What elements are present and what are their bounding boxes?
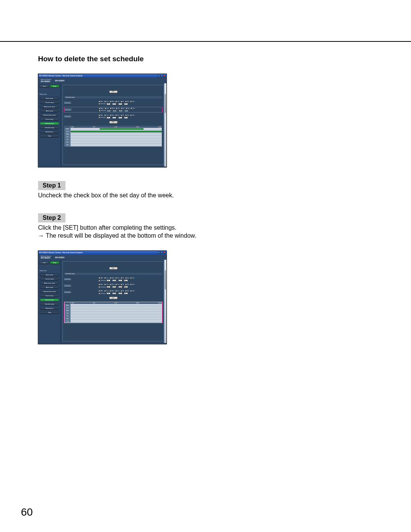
day-checkbox-mon[interactable]: Mon <box>99 101 103 102</box>
maximize-icon[interactable] <box>161 75 163 77</box>
schedule-label[interactable]: Schedule 2 <box>64 284 99 286</box>
day-checkbox-sun[interactable]: Sun <box>130 277 134 279</box>
sidebar-item-alarm-setup[interactable]: Alarm setup <box>40 110 59 113</box>
to-hour-select[interactable]: 12 <box>118 103 122 105</box>
from-hour-select[interactable]: 00 <box>107 103 110 105</box>
sidebar-item-authentication-setup[interactable]: Authentication setup <box>40 290 59 293</box>
to-min-select[interactable]: 00 <box>124 117 128 119</box>
day-checkbox-fri[interactable]: Fri <box>121 290 124 292</box>
sidebar-item-help[interactable]: Help <box>40 311 59 314</box>
day-checkbox-tue[interactable]: Tue <box>104 114 108 116</box>
from-min-select[interactable]: 00 <box>112 292 116 294</box>
sidebar-item-network-setup[interactable]: Network setup <box>40 299 59 302</box>
to-hour-select[interactable]: 00 <box>118 286 122 288</box>
day-checkbox-sun[interactable]: Sun <box>131 108 135 109</box>
schedule-label[interactable]: Schedule 1 <box>64 277 99 279</box>
all24-checkbox[interactable]: 24 hours <box>99 117 106 118</box>
to-min-select[interactable]: 00 <box>124 292 128 294</box>
day-checkbox-mon[interactable]: Mon <box>99 108 104 109</box>
all24-checkbox[interactable]: 24 hours <box>99 293 106 294</box>
sidebar-item-network-setup[interactable]: Network setup <box>40 122 59 125</box>
day-checkbox-tue[interactable]: Tue <box>104 284 108 285</box>
day-checkbox-sat[interactable]: Sat <box>125 284 129 285</box>
day-checkbox-sat[interactable]: Sat <box>125 114 129 116</box>
day-checkbox-mon[interactable]: Mon <box>99 277 103 279</box>
day-checkbox-thu[interactable]: Thu <box>115 101 119 102</box>
day-checkbox-wed[interactable]: Wed <box>110 277 114 279</box>
from-hour-select[interactable]: 00 <box>107 286 110 288</box>
day-checkbox-wed[interactable]: Wed <box>110 284 114 285</box>
from-min-select[interactable]: 00 <box>112 286 116 288</box>
schedule-label[interactable]: Schedule 1 <box>64 101 99 103</box>
from-hour-select[interactable]: 00 <box>107 292 110 294</box>
scrollbar[interactable] <box>164 260 166 343</box>
to-min-select[interactable]: 00 <box>124 279 128 281</box>
sidebar-item-schedule-setup[interactable]: Schedule setup <box>40 303 59 306</box>
sidebar-item-server-setup[interactable]: Server setup <box>40 294 59 297</box>
to-hour-select[interactable]: 00 <box>118 117 122 119</box>
sidebar-item-multi-screen-setup[interactable]: Multi-screen setup <box>40 105 59 108</box>
day-checkbox-thu[interactable]: Thu <box>115 290 119 292</box>
day-checkbox-sun[interactable]: Sun <box>130 290 134 292</box>
tab-live[interactable]: Live <box>40 261 49 264</box>
close-icon[interactable] <box>163 251 166 254</box>
sidebar-item-maintenance[interactable]: Maintenance <box>40 130 59 133</box>
day-checkbox-fri[interactable]: Fri <box>121 101 124 102</box>
sidebar-item-schedule-setup[interactable]: Schedule setup <box>40 126 59 129</box>
to-min-select[interactable]: 00 <box>124 110 128 112</box>
day-checkbox-wed[interactable]: Wed <box>110 290 114 292</box>
day-checkbox-fri[interactable]: Fri <box>121 277 124 279</box>
minimize-icon[interactable] <box>158 251 160 254</box>
scrollbar[interactable] <box>164 83 166 167</box>
sidebar-item-maintenance[interactable]: Maintenance <box>40 307 59 310</box>
schedule-label[interactable]: Schedule 3 <box>64 114 99 117</box>
minimize-icon[interactable] <box>158 75 160 77</box>
sidebar-item-camera-setup[interactable]: Camera setup <box>40 101 59 104</box>
sidebar-item-authentication-setup[interactable]: Authentication setup <box>40 114 59 117</box>
day-checkbox-thu[interactable]: Thu <box>116 108 120 109</box>
from-min-select[interactable]: 00 <box>112 117 116 119</box>
day-checkbox-fri[interactable]: Fri <box>121 108 124 109</box>
day-checkbox-thu[interactable]: Thu <box>115 277 119 279</box>
sidebar-item-multi-screen-setup[interactable]: Multi-screen setup <box>40 282 59 285</box>
set-button-bottom[interactable]: SET <box>109 121 118 124</box>
day-checkbox-tue[interactable]: Tue <box>105 108 109 109</box>
schedule-label[interactable]: Schedule 3 <box>64 290 99 292</box>
sidebar-item-basic-setup[interactable]: Basic setup <box>40 273 59 276</box>
set-button-top[interactable]: SET <box>109 91 118 93</box>
tab-setup[interactable]: Setup <box>50 261 59 264</box>
all24-checkbox[interactable]: 24 hours <box>99 110 106 111</box>
scrollbar-thumb[interactable] <box>165 94 166 113</box>
all24-checkbox[interactable]: 24 hours <box>99 280 106 281</box>
day-checkbox-fri[interactable]: Fri <box>121 114 124 116</box>
to-hour-select[interactable]: 00 <box>118 292 122 294</box>
from-min-select[interactable]: 00 <box>112 103 116 105</box>
day-checkbox-sun[interactable]: Sun <box>130 284 134 285</box>
sidebar-item-server-setup[interactable]: Server setup <box>40 118 59 121</box>
maximize-icon[interactable] <box>161 251 163 254</box>
day-checkbox-tue[interactable]: Tue <box>104 290 108 292</box>
tab-live[interactable]: Live <box>40 85 49 88</box>
set-button-top[interactable]: SET <box>109 267 118 270</box>
from-min-select[interactable]: 00 <box>113 110 116 112</box>
tab-setup[interactable]: Setup <box>50 85 59 88</box>
sidebar-item-help[interactable]: Help <box>40 135 59 138</box>
day-checkbox-mon[interactable]: Mon <box>99 114 103 116</box>
schedule-label[interactable]: Schedule 2 <box>65 108 99 110</box>
day-checkbox-wed[interactable]: Wed <box>110 114 114 116</box>
day-checkbox-sat[interactable]: Sat <box>125 277 129 279</box>
day-checkbox-mon[interactable]: Mon <box>99 290 103 292</box>
from-hour-select[interactable]: 00 <box>107 117 110 119</box>
from-min-select[interactable]: 00 <box>112 279 116 281</box>
sidebar-item-camera-setup[interactable]: Camera setup <box>40 278 59 281</box>
day-checkbox-mon[interactable]: Mon <box>99 284 103 285</box>
set-button-bottom[interactable]: SET <box>109 297 118 299</box>
from-hour-select[interactable]: 00 <box>107 279 110 281</box>
all24-checkbox[interactable]: 24 hours <box>99 103 106 105</box>
to-min-select[interactable]: 00 <box>124 286 128 288</box>
to-min-select[interactable]: 00 <box>124 103 128 105</box>
day-checkbox-tue[interactable]: Tue <box>104 277 108 279</box>
day-checkbox-thu[interactable]: Thu <box>115 284 119 285</box>
to-hour-select[interactable]: 00 <box>119 110 123 112</box>
day-checkbox-thu[interactable]: Thu <box>115 114 119 116</box>
